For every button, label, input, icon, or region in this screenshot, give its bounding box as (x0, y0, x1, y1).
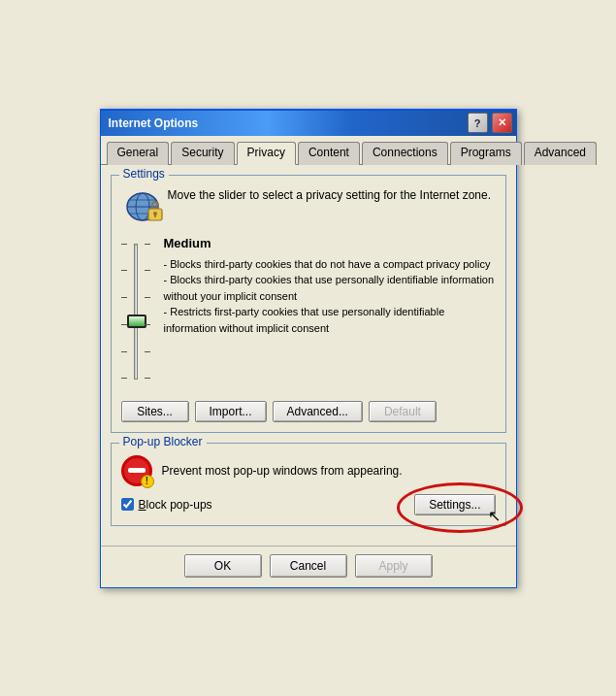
help-button[interactable]: ? (468, 113, 488, 133)
window-title: Internet Options (109, 116, 199, 130)
block-popups-checkbox[interactable] (121, 498, 134, 511)
tab-advanced[interactable]: Advanced (524, 142, 597, 165)
settings-group-label: Settings (119, 167, 169, 181)
settings-description-row: Move the slider to select a privacy sett… (121, 187, 496, 224)
block-popups-label[interactable]: Block pop-ups (139, 498, 212, 512)
tab-security[interactable]: Security (171, 142, 234, 165)
settings-buttons-row: Sites... Import... Advanced... Default (121, 401, 496, 422)
svg-rect-7 (154, 214, 156, 217)
popup-blocker-label: Pop-up Blocker (119, 435, 207, 448)
sites-button[interactable]: Sites... (121, 401, 189, 422)
default-button[interactable]: Default (369, 401, 437, 422)
tab-privacy[interactable]: Privacy (237, 142, 296, 165)
cancel-button[interactable]: Cancel (270, 554, 347, 578)
internet-options-dialog: Internet Options ? ✕ General Security Pr… (100, 109, 517, 588)
tab-content-area: Settings (101, 165, 516, 546)
slider-section: Medium - Blocks third-party cookies that… (121, 236, 496, 391)
tab-connections[interactable]: Connections (362, 142, 448, 165)
popup-blocker-group: Pop-up Blocker ! Prevent most pop-up win… (111, 443, 506, 526)
close-button[interactable]: ✕ (492, 113, 512, 133)
popup-settings-button[interactable]: Settings... (414, 494, 495, 515)
settings-group: Settings (111, 175, 506, 433)
popup-top-row: ! Prevent most pop-up windows from appea… (121, 455, 496, 486)
apply-button[interactable]: Apply (355, 554, 433, 578)
tab-general[interactable]: General (107, 142, 170, 165)
tab-content[interactable]: Content (298, 142, 360, 165)
no-entry-bar (128, 468, 146, 473)
privacy-slider-thumb[interactable] (127, 315, 146, 328)
popup-controls-row: Block pop-ups Settings... ↖ (121, 494, 496, 515)
title-bar: Internet Options ? ✕ (101, 111, 516, 136)
privacy-icon (121, 187, 168, 224)
popup-description: Prevent most pop-up windows from appeari… (162, 464, 403, 478)
popup-settings-button-container: Settings... ↖ (414, 494, 495, 515)
bottom-buttons-row: OK Cancel Apply (101, 546, 516, 587)
privacy-slider-track[interactable] (134, 244, 138, 380)
privacy-slider-container (121, 236, 150, 391)
privacy-text-area: Medium - Blocks third-party cookies that… (164, 236, 496, 337)
advanced-settings-button[interactable]: Advanced... (273, 401, 363, 422)
settings-description-text: Move the slider to select a privacy sett… (168, 187, 492, 204)
import-button[interactable]: Import... (195, 401, 267, 422)
popup-blocker-icon-container: ! (121, 455, 152, 486)
privacy-desc-bullets: - Blocks third-party cookies that do not… (164, 256, 496, 337)
title-bar-controls: ? ✕ (468, 113, 512, 133)
tab-programs[interactable]: Programs (450, 142, 522, 165)
tabs-bar: General Security Privacy Content Connect… (101, 138, 516, 165)
privacy-level-label: Medium (164, 236, 496, 250)
block-popups-checkbox-row: Block pop-ups (121, 498, 212, 512)
ok-button[interactable]: OK (184, 554, 262, 578)
warning-badge: ! (141, 475, 154, 488)
